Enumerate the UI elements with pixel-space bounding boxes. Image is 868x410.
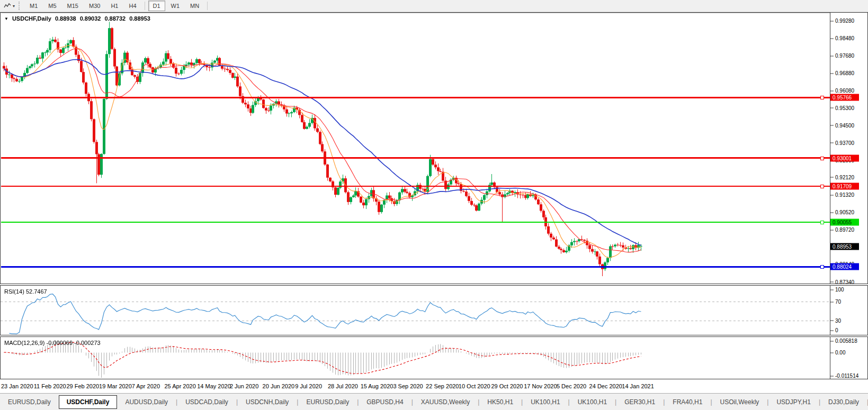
symbol-tab-dj30-daily[interactable]: DJ30,Daily: [820, 395, 867, 409]
timeframe-button-w1[interactable]: W1: [166, 1, 185, 11]
price-axis-tick: 0.93700: [835, 140, 854, 145]
date-axis-label: 14 Jan 2021: [622, 383, 654, 389]
rsi-chart-canvas[interactable]: [1, 286, 830, 335]
level-drag-handle[interactable]: [820, 185, 824, 188]
macd-chart-canvas[interactable]: [1, 337, 830, 379]
current-price-label: 0.88953: [830, 243, 859, 250]
rsi-axis-tick: 30: [835, 317, 841, 323]
symbol-tab-bar: EURUSD,DailyUSDCHF,DailyAUDUSD,Daily|USD…: [0, 393, 868, 410]
date-axis-label: 3 Sep 2020: [393, 383, 423, 389]
price-axis-tick: 0.96080: [835, 88, 854, 94]
price-axis-tick: 0.90520: [835, 209, 854, 215]
level-price-label: 0.91709: [830, 183, 859, 189]
horizontal-level-line-0.90055[interactable]: [1, 222, 830, 223]
symbol-tab-uk100-h1[interactable]: UK100,H1: [523, 395, 568, 409]
macd-axis-divider: [830, 337, 830, 379]
date-axis-label: 20 Jun 2020: [263, 383, 295, 389]
symbol-tab-eurusd-daily[interactable]: EURUSD,Daily: [0, 395, 59, 409]
symbol-tab-fra40-h1[interactable]: FRA40,H1: [665, 395, 710, 409]
timeframe-button-m1[interactable]: M1: [25, 1, 42, 11]
level-price-label: 0.88024: [830, 263, 859, 270]
price-axis-tick: 0.99280: [835, 18, 854, 24]
date-axis-label: 29 Oct 2020: [491, 383, 523, 389]
symbol-tab-eurusd-daily[interactable]: EURUSD,Daily: [298, 395, 357, 409]
price-axis-tick: 0.92120: [835, 174, 854, 180]
chart-tool-icon[interactable]: [2, 1, 13, 11]
date-axis-label: 24 Dec 2020: [589, 383, 622, 389]
level-price-label: 0.95766: [830, 94, 859, 101]
level-drag-handle[interactable]: [820, 265, 824, 269]
symbol-tab-usdjpy-h1[interactable]: USDJPY,H1: [768, 395, 818, 409]
price-axis-tick: 0.91320: [835, 192, 854, 198]
chart-dropdown-icon[interactable]: ▼: [4, 16, 8, 21]
timeframe-button-h1[interactable]: H1: [106, 1, 123, 11]
chart-low-value: 0.88732: [104, 15, 126, 22]
date-axis-label: 10 Oct 2020: [459, 383, 490, 389]
rsi-indicator-panel: RSI(14) 52.7467 10070300: [0, 285, 868, 335]
macd-axis-tick: 0.005818: [835, 338, 857, 344]
symbol-tab-ger30-h1[interactable]: GER30,H1: [616, 395, 663, 409]
price-axis-tick: 0.97680: [835, 53, 854, 59]
date-axis-label: 22 Sep 2020: [426, 383, 459, 389]
macd-axis-tick: 0.00: [835, 350, 845, 356]
macd-axis-tick: -0.011514: [835, 373, 858, 379]
price-axis-tick: 0.94500: [835, 122, 854, 128]
time-axis[interactable]: 23 Jan 202011 Feb 202029 Feb 202019 Mar …: [0, 379, 868, 393]
chart-symbol-label: USDCHF,Daily: [12, 15, 51, 22]
toolbar-separator: [145, 2, 145, 10]
horizontal-level-line-0.95766[interactable]: [1, 97, 830, 98]
timeframe-button-mn[interactable]: MN: [185, 1, 204, 11]
rsi-axis-tick: 0: [835, 327, 838, 333]
toolbar-grip-handle[interactable]: [19, 2, 21, 10]
date-axis-label: 29 Feb 2020: [66, 383, 99, 389]
price-axis-tick: 0.89720: [835, 227, 854, 233]
date-axis-label: 9 Jul 2020: [295, 383, 322, 389]
symbol-tab-audusd-daily[interactable]: AUDUSD,Daily: [117, 395, 176, 409]
symbol-tab-uk100-h1[interactable]: UK100,H1: [570, 395, 615, 409]
price-axis-tick: 0.98480: [835, 35, 854, 41]
symbol-tab-usdcnh-daily[interactable]: USDCNH,Daily: [238, 395, 297, 409]
macd-indicator-panel: MACD(12,26,9) -0.000069 -0.000273 0.0058…: [0, 336, 868, 379]
candlestick-chart-canvas[interactable]: [1, 13, 830, 284]
date-axis-label: 11 Feb 2020: [34, 383, 66, 389]
macd-label: MACD(12,26,9) -0.000069 -0.000273: [4, 340, 101, 346]
date-axis-label: 5 Dec 2020: [557, 383, 586, 389]
trading-terminal-window: ▾ M1M5M15M30H1H4D1W1MN ▼ USDCHF,Daily 0.…: [0, 0, 868, 410]
symbol-tab-usdcad-daily[interactable]: USDCAD,Daily: [177, 395, 236, 409]
symbol-tab-hk50-h1[interactable]: HK50,H1: [479, 395, 521, 409]
timeframe-button-d1[interactable]: D1: [148, 1, 165, 11]
horizontal-level-line-0.88024[interactable]: [1, 266, 830, 268]
symbol-tab-xauusd-weekly[interactable]: XAUUSD,Weekly: [413, 395, 478, 409]
symbol-tab-gbpusd-h4[interactable]: GBPUSD,H4: [359, 395, 411, 409]
date-axis-label: 23 Jan 2020: [1, 383, 33, 389]
date-axis-label: 2 Jun 2020: [230, 383, 258, 389]
timeframe-button-m5[interactable]: M5: [43, 1, 61, 11]
chart-high-value: 0.89032: [80, 15, 101, 22]
level-drag-handle[interactable]: [820, 96, 824, 99]
rsi-axis-tick: 100: [835, 287, 844, 293]
date-axis-label: 15 Aug 2020: [361, 383, 393, 389]
level-drag-handle[interactable]: [820, 221, 824, 224]
chart-open-value: 0.88938: [55, 15, 76, 22]
timeframe-toolbar: ▾ M1M5M15M30H1H4D1W1MN: [0, 0, 868, 12]
date-axis-label: 19 Mar 2020: [99, 383, 132, 389]
current-price-line[interactable]: [1, 13, 830, 13]
symbol-tab-usoil-weekly[interactable]: USOil,Weekly: [712, 395, 767, 409]
date-axis-label: 17 Nov 2020: [524, 383, 557, 389]
main-chart-panel: ▼ USDCHF,Daily 0.88938 0.89032 0.88732 0…: [0, 12, 868, 284]
timeframe-button-m15[interactable]: M15: [62, 1, 83, 11]
horizontal-level-line-0.93001[interactable]: [1, 157, 830, 159]
date-axis-label: 25 Apr 2020: [165, 383, 196, 389]
date-axis-label: 14 May 2020: [197, 383, 231, 389]
price-axis-tick: 0.96880: [835, 70, 854, 76]
level-drag-handle[interactable]: [820, 157, 824, 160]
rsi-axis-tick: 70: [835, 299, 841, 305]
rsi-axis-divider: [830, 286, 830, 335]
horizontal-level-line-0.91709[interactable]: [1, 186, 830, 187]
timeframe-button-m30[interactable]: M30: [84, 1, 105, 11]
timeframe-buttons: M1M5M15M30H1H4D1W1MN: [24, 1, 210, 11]
symbol-tab-usdchf-daily[interactable]: USDCHF,Daily: [59, 395, 118, 409]
timeframe-button-h4[interactable]: H4: [124, 1, 141, 11]
chevron-down-icon[interactable]: ▾: [13, 4, 15, 8]
date-axis-label: 28 Jul 2020: [328, 383, 358, 389]
